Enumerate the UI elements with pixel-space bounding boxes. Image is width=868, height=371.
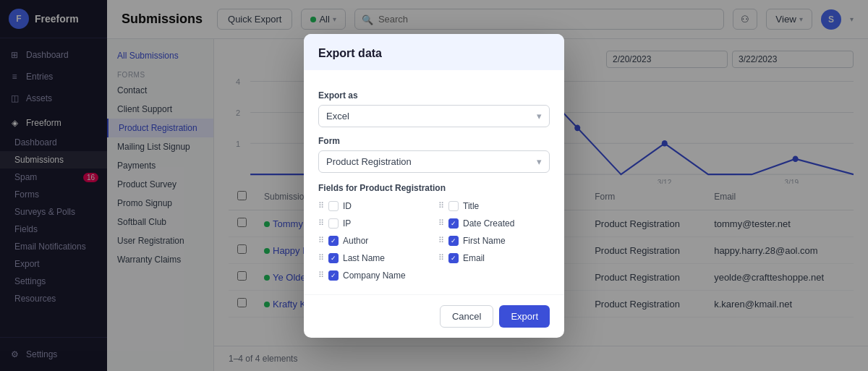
drag-handle-company-name[interactable]: ⠿ xyxy=(318,270,324,280)
drag-handle-id[interactable]: ⠿ xyxy=(318,201,324,210)
field-label-title: Title xyxy=(463,201,479,211)
modal-body: Export as Excel ▾ Form Product Registrat… xyxy=(304,70,564,294)
drag-handle-email[interactable]: ⠿ xyxy=(438,253,444,263)
field-checkbox-date-created[interactable] xyxy=(448,218,459,229)
cancel-button[interactable]: Cancel xyxy=(440,305,493,328)
field-checkbox-id[interactable] xyxy=(328,201,339,211)
field-label-first-name: First Name xyxy=(463,236,506,246)
form-select[interactable]: Product Registration ▾ xyxy=(318,150,550,173)
fields-section: Fields for Product Registration ⠿ ID ⠿ T… xyxy=(318,183,550,283)
drag-handle-author[interactable]: ⠿ xyxy=(318,236,324,245)
field-checkbox-last-name[interactable] xyxy=(328,253,339,263)
field-item-company-name: ⠿ Company Name xyxy=(318,268,430,283)
field-checkbox-first-name[interactable] xyxy=(448,236,459,246)
export-modal: Export data Export as Excel ▾ Form Produ… xyxy=(304,34,564,338)
field-label-id: ID xyxy=(343,201,352,211)
field-checkbox-author[interactable] xyxy=(328,236,339,246)
drag-handle-title[interactable]: ⠿ xyxy=(438,201,444,210)
form-select-arrow: ▾ xyxy=(537,156,542,167)
field-item-email: ⠿ Email xyxy=(438,251,550,265)
field-label-ip: IP xyxy=(343,218,351,229)
field-checkbox-email[interactable] xyxy=(448,253,459,263)
field-item-id: ⠿ ID xyxy=(318,199,430,213)
modal-footer: Cancel Export xyxy=(304,294,564,338)
modal-overlay: Export data Export as Excel ▾ Form Produ… xyxy=(0,0,868,371)
form-label: Form xyxy=(318,136,550,146)
export-button[interactable]: Export xyxy=(499,305,550,328)
export-format-select[interactable]: Excel ▾ xyxy=(318,105,550,127)
modal-title: Export data xyxy=(318,47,550,60)
field-label-company-name: Company Name xyxy=(343,270,406,281)
field-label-author: Author xyxy=(343,236,368,246)
field-item-date-created: ⠿ Date Created xyxy=(438,216,550,231)
drag-handle-ip[interactable]: ⠿ xyxy=(318,218,324,228)
export-format-value: Excel xyxy=(326,111,349,121)
field-item-title: ⠿ Title xyxy=(438,199,550,213)
drag-handle-last-name[interactable]: ⠿ xyxy=(318,253,324,263)
field-item-author: ⠿ Author xyxy=(318,234,430,248)
form-select-value: Product Registration xyxy=(326,156,412,167)
fields-title: Fields for Product Registration xyxy=(318,183,550,193)
field-item-ip: ⠿ IP xyxy=(318,216,430,231)
field-item-first-name: ⠿ First Name xyxy=(438,234,550,248)
drag-handle-date-created[interactable]: ⠿ xyxy=(438,218,444,228)
field-item-last-name: ⠿ Last Name xyxy=(318,251,430,265)
field-checkbox-ip[interactable] xyxy=(328,218,339,229)
field-label-email: Email xyxy=(463,253,485,263)
export-as-label: Export as xyxy=(318,90,550,101)
fields-grid: ⠿ ID ⠿ Title ⠿ IP ⠿ Date Created ⠿ Autho… xyxy=(318,199,550,283)
field-checkbox-company-name[interactable] xyxy=(328,270,339,281)
export-format-arrow: ▾ xyxy=(537,111,542,121)
field-label-date-created: Date Created xyxy=(463,218,514,229)
modal-header: Export data xyxy=(304,34,564,70)
field-checkbox-title[interactable] xyxy=(448,201,459,211)
drag-handle-first-name[interactable]: ⠿ xyxy=(438,236,444,245)
field-label-last-name: Last Name xyxy=(343,253,385,263)
